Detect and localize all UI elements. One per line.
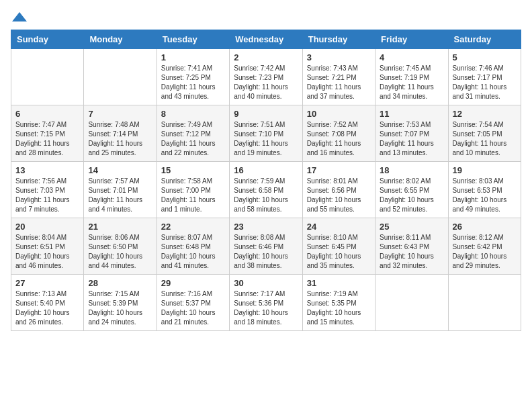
day-number: 17 <box>307 165 371 175</box>
calendar-week-1: 1Sunrise: 7:41 AM Sunset: 7:25 PM Daylig… <box>11 49 521 105</box>
day-info: Sunrise: 8:03 AM Sunset: 6:53 PM Dayligh… <box>453 177 517 214</box>
day-number: 16 <box>234 165 298 175</box>
calendar-cell: 31Sunrise: 7:19 AM Sunset: 5:35 PM Dayli… <box>302 275 375 331</box>
calendar-header-row: SundayMondayTuesdayWednesdayThursdayFrid… <box>11 30 521 49</box>
day-number: 29 <box>161 278 225 288</box>
day-info: Sunrise: 8:11 AM Sunset: 6:43 PM Dayligh… <box>380 233 443 271</box>
calendar-cell: 16Sunrise: 7:59 AM Sunset: 6:58 PM Dayli… <box>230 162 302 218</box>
logo-icon <box>12 11 27 23</box>
day-number: 3 <box>307 52 371 62</box>
calendar-cell <box>84 49 157 105</box>
calendar-cell: 19Sunrise: 8:03 AM Sunset: 6:53 PM Dayli… <box>448 162 521 218</box>
calendar-cell <box>11 49 84 105</box>
calendar-cell: 27Sunrise: 7:13 AM Sunset: 5:40 PM Dayli… <box>11 275 84 331</box>
calendar-cell: 18Sunrise: 8:02 AM Sunset: 6:55 PM Dayli… <box>375 162 448 218</box>
day-info: Sunrise: 7:46 AM Sunset: 7:17 PM Dayligh… <box>453 64 517 101</box>
column-header-friday: Friday <box>375 30 448 49</box>
day-info: Sunrise: 7:15 AM Sunset: 5:39 PM Dayligh… <box>88 289 152 327</box>
calendar-cell: 10Sunrise: 7:52 AM Sunset: 7:08 PM Dayli… <box>302 105 375 162</box>
calendar-cell: 4Sunrise: 7:45 AM Sunset: 7:19 PM Daylig… <box>375 49 448 105</box>
day-number: 22 <box>161 222 225 232</box>
day-info: Sunrise: 7:45 AM Sunset: 7:19 PM Dayligh… <box>380 64 443 101</box>
column-header-monday: Monday <box>84 30 157 49</box>
calendar-cell: 11Sunrise: 7:53 AM Sunset: 7:07 PM Dayli… <box>375 105 448 162</box>
day-number: 31 <box>307 278 371 288</box>
day-number: 21 <box>88 222 152 232</box>
day-info: Sunrise: 7:41 AM Sunset: 7:25 PM Dayligh… <box>161 64 225 101</box>
calendar-cell: 23Sunrise: 8:08 AM Sunset: 6:46 PM Dayli… <box>230 218 302 275</box>
calendar-cell: 14Sunrise: 7:57 AM Sunset: 7:01 PM Dayli… <box>84 162 157 218</box>
calendar-cell: 30Sunrise: 7:17 AM Sunset: 5:36 PM Dayli… <box>230 275 302 331</box>
calendar-cell: 2Sunrise: 7:42 AM Sunset: 7:23 PM Daylig… <box>230 49 302 105</box>
day-number: 7 <box>88 109 152 119</box>
calendar-cell: 29Sunrise: 7:16 AM Sunset: 5:37 PM Dayli… <box>157 275 229 331</box>
day-number: 26 <box>453 222 517 232</box>
day-info: Sunrise: 7:51 AM Sunset: 7:10 PM Dayligh… <box>234 120 298 158</box>
day-info: Sunrise: 8:02 AM Sunset: 6:55 PM Dayligh… <box>380 177 443 214</box>
day-number: 6 <box>15 109 79 119</box>
day-info: Sunrise: 7:43 AM Sunset: 7:21 PM Dayligh… <box>307 64 371 101</box>
column-header-saturday: Saturday <box>448 30 521 49</box>
calendar-week-5: 27Sunrise: 7:13 AM Sunset: 5:40 PM Dayli… <box>11 275 521 331</box>
day-number: 15 <box>161 165 225 175</box>
day-info: Sunrise: 7:53 AM Sunset: 7:07 PM Dayligh… <box>380 120 443 158</box>
day-info: Sunrise: 8:01 AM Sunset: 6:56 PM Dayligh… <box>307 177 371 214</box>
day-number: 20 <box>15 222 79 232</box>
day-info: Sunrise: 7:16 AM Sunset: 5:37 PM Dayligh… <box>161 289 225 327</box>
day-info: Sunrise: 7:52 AM Sunset: 7:08 PM Dayligh… <box>307 120 371 158</box>
calendar-cell <box>448 275 521 331</box>
calendar-cell: 7Sunrise: 7:48 AM Sunset: 7:14 PM Daylig… <box>84 105 157 162</box>
page-header <box>11 11 521 23</box>
day-info: Sunrise: 7:17 AM Sunset: 5:36 PM Dayligh… <box>234 289 298 327</box>
calendar-cell: 9Sunrise: 7:51 AM Sunset: 7:10 PM Daylig… <box>230 105 302 162</box>
day-number: 12 <box>453 109 517 119</box>
column-header-sunday: Sunday <box>11 30 84 49</box>
day-number: 2 <box>234 52 298 62</box>
calendar-cell: 13Sunrise: 7:56 AM Sunset: 7:03 PM Dayli… <box>11 162 84 218</box>
calendar-cell: 20Sunrise: 8:04 AM Sunset: 6:51 PM Dayli… <box>11 218 84 275</box>
day-info: Sunrise: 7:59 AM Sunset: 6:58 PM Dayligh… <box>234 177 298 214</box>
calendar-cell: 26Sunrise: 8:12 AM Sunset: 6:42 PM Dayli… <box>448 218 521 275</box>
calendar-cell: 8Sunrise: 7:49 AM Sunset: 7:12 PM Daylig… <box>157 105 229 162</box>
day-number: 1 <box>161 52 225 62</box>
day-info: Sunrise: 8:06 AM Sunset: 6:50 PM Dayligh… <box>88 233 152 271</box>
calendar-week-3: 13Sunrise: 7:56 AM Sunset: 7:03 PM Dayli… <box>11 162 521 218</box>
day-number: 9 <box>234 109 298 119</box>
day-number: 14 <box>88 165 152 175</box>
svg-marker-0 <box>12 12 27 21</box>
day-number: 8 <box>161 109 225 119</box>
column-header-tuesday: Tuesday <box>157 30 229 49</box>
day-info: Sunrise: 7:47 AM Sunset: 7:15 PM Dayligh… <box>15 120 79 158</box>
calendar-week-4: 20Sunrise: 8:04 AM Sunset: 6:51 PM Dayli… <box>11 218 521 275</box>
day-number: 5 <box>453 52 517 62</box>
calendar-cell: 15Sunrise: 7:58 AM Sunset: 7:00 PM Dayli… <box>157 162 229 218</box>
calendar-cell: 1Sunrise: 7:41 AM Sunset: 7:25 PM Daylig… <box>157 49 229 105</box>
day-number: 11 <box>380 109 443 119</box>
day-info: Sunrise: 7:19 AM Sunset: 5:35 PM Dayligh… <box>307 289 371 327</box>
day-number: 24 <box>307 222 371 232</box>
day-info: Sunrise: 7:56 AM Sunset: 7:03 PM Dayligh… <box>15 177 79 214</box>
calendar-cell: 12Sunrise: 7:54 AM Sunset: 7:05 PM Dayli… <box>448 105 521 162</box>
calendar-cell: 28Sunrise: 7:15 AM Sunset: 5:39 PM Dayli… <box>84 275 157 331</box>
day-info: Sunrise: 7:54 AM Sunset: 7:05 PM Dayligh… <box>453 120 517 158</box>
day-number: 30 <box>234 278 298 288</box>
day-number: 13 <box>15 165 79 175</box>
day-info: Sunrise: 8:10 AM Sunset: 6:45 PM Dayligh… <box>307 233 371 271</box>
calendar-cell: 24Sunrise: 8:10 AM Sunset: 6:45 PM Dayli… <box>302 218 375 275</box>
logo <box>11 11 27 23</box>
day-number: 27 <box>15 278 79 288</box>
day-number: 28 <box>88 278 152 288</box>
day-info: Sunrise: 8:04 AM Sunset: 6:51 PM Dayligh… <box>15 233 79 271</box>
day-number: 18 <box>380 165 443 175</box>
day-number: 10 <box>307 109 371 119</box>
calendar-week-2: 6Sunrise: 7:47 AM Sunset: 7:15 PM Daylig… <box>11 105 521 162</box>
day-info: Sunrise: 7:57 AM Sunset: 7:01 PM Dayligh… <box>88 177 152 214</box>
day-number: 23 <box>234 222 298 232</box>
day-info: Sunrise: 7:48 AM Sunset: 7:14 PM Dayligh… <box>88 120 152 158</box>
day-info: Sunrise: 7:13 AM Sunset: 5:40 PM Dayligh… <box>15 289 79 327</box>
column-header-wednesday: Wednesday <box>230 30 302 49</box>
column-header-thursday: Thursday <box>302 30 375 49</box>
day-number: 19 <box>453 165 517 175</box>
calendar-cell: 25Sunrise: 8:11 AM Sunset: 6:43 PM Dayli… <box>375 218 448 275</box>
day-info: Sunrise: 8:08 AM Sunset: 6:46 PM Dayligh… <box>234 233 298 271</box>
